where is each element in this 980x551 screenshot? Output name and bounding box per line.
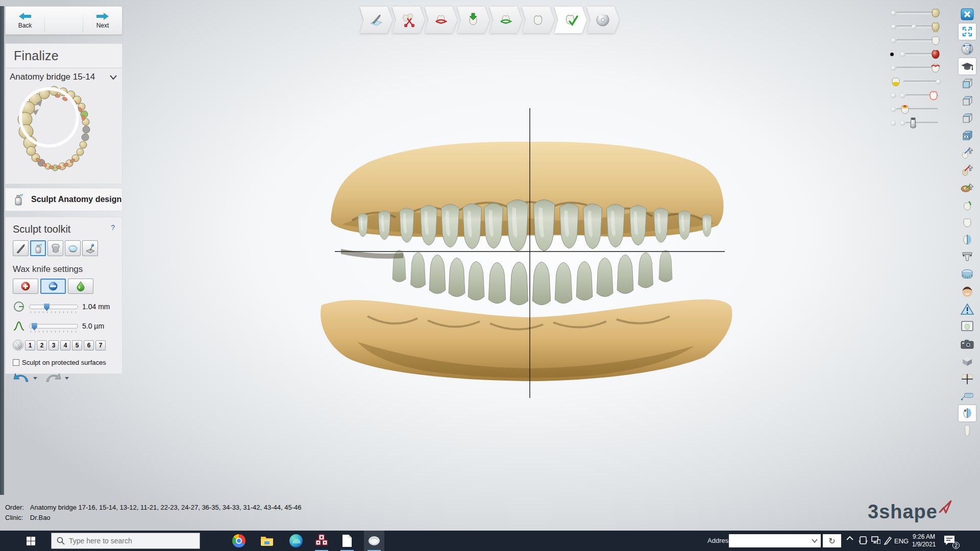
layer-knob[interactable]: [891, 24, 896, 29]
layer-radio-selected[interactable]: [890, 53, 894, 56]
address-dropdown-icon[interactable]: [812, 539, 818, 543]
arch-preview[interactable]: [6, 86, 123, 184]
probe-red-button[interactable]: [959, 162, 976, 179]
search-input[interactable]: [69, 537, 186, 545]
next-button[interactable]: Next: [83, 7, 122, 34]
smooth-wax-button[interactable]: [68, 279, 93, 294]
probe-blue-button[interactable]: [959, 145, 976, 161]
pontic-tan-thumb[interactable]: [929, 20, 942, 33]
address-input[interactable]: [735, 537, 812, 545]
brush-preset-3[interactable]: 3: [48, 340, 59, 350]
add-wax-button[interactable]: [13, 279, 38, 294]
brush-preset-6[interactable]: 6: [84, 340, 94, 350]
margin-red-thumb[interactable]: [929, 62, 942, 74]
step-segmentation[interactable]: [393, 7, 425, 33]
fullscreen-button[interactable]: [959, 23, 976, 40]
brush-preset-2[interactable]: 2: [37, 340, 47, 350]
layer-knob[interactable]: [900, 52, 905, 57]
taskbar-app-chrome[interactable]: [232, 534, 246, 548]
layer-knob[interactable]: [891, 121, 896, 126]
layer-knob[interactable]: [936, 80, 941, 84]
notification-center-button[interactable]: 2: [943, 535, 959, 547]
taskbar-app-notepad[interactable]: [340, 534, 354, 548]
view-cube-top-button[interactable]: [959, 110, 976, 127]
view-cube-section-button[interactable]: [959, 93, 976, 109]
strength-slider-thumb[interactable]: [32, 323, 37, 331]
3d-viewport[interactable]: Order: Anatomy bridge 17-16, 15-14, 13-1…: [0, 0, 980, 531]
tooth-solid-button[interactable]: [959, 214, 976, 231]
protected-surfaces-checkbox[interactable]: [13, 359, 19, 366]
design-preview-button[interactable]: [959, 318, 976, 335]
undo-history-caret[interactable]: [33, 377, 37, 380]
measure-probe-button[interactable]: [959, 388, 976, 404]
view-cube-front-button[interactable]: [959, 76, 976, 92]
step-insertion-direction[interactable]: [457, 7, 490, 33]
radius-slider-thumb[interactable]: [44, 304, 50, 311]
snapshot-camera-button[interactable]: [959, 336, 976, 352]
outline-pink-thumb[interactable]: [927, 89, 940, 102]
layer-knob[interactable]: [891, 107, 896, 112]
sculpt-surface-button[interactable]: [959, 180, 976, 196]
step-frame-design[interactable]: [489, 7, 522, 33]
redo-button[interactable]: [44, 371, 62, 385]
close-button[interactable]: [959, 6, 976, 22]
layer-knob[interactable]: [900, 121, 905, 126]
solid-cube-button[interactable]: [959, 353, 976, 369]
help-link[interactable]: ?: [111, 223, 115, 232]
taskbar-app-dental[interactable]: [367, 534, 381, 548]
brush-preset-5[interactable]: 5: [72, 340, 82, 350]
smooth-disc-tool-button[interactable]: [65, 240, 81, 256]
layer-knob[interactable]: [891, 93, 896, 98]
cross-section-active-button[interactable]: [959, 405, 976, 421]
layer-mid-knob[interactable]: [912, 24, 916, 29]
sculpt-anatomy-design-button[interactable]: Sculpt Anatomy design: [5, 188, 122, 211]
taskbar-clock[interactable]: 9:26 AM 1/9/2021: [910, 533, 938, 548]
layer-knob[interactable]: [900, 93, 905, 98]
die-gray-thumb[interactable]: [906, 117, 920, 129]
training-button[interactable]: [959, 58, 976, 74]
step-finalize[interactable]: [554, 7, 587, 33]
pillar-view-button[interactable]: [959, 249, 976, 265]
clamp-tool-button[interactable]: [959, 197, 976, 213]
language-indicator[interactable]: ENG: [894, 537, 909, 545]
single-tooth-button[interactable]: [959, 422, 976, 439]
layer-knob[interactable]: [891, 66, 896, 70]
design-selector[interactable]: Anatomy bridge 15-14: [6, 68, 122, 86]
refresh-button[interactable]: ↻: [823, 534, 841, 547]
visibility-cube-button[interactable]: [959, 128, 976, 144]
layer-track[interactable]: [903, 81, 938, 83]
redo-history-caret[interactable]: [65, 377, 69, 380]
step-anatomy-design[interactable]: [522, 7, 555, 33]
measure-band-button[interactable]: [959, 266, 976, 283]
patient-photo-button[interactable]: [959, 284, 976, 300]
warnings-button[interactable]: [959, 301, 976, 317]
tablet-tray-icon[interactable]: [859, 536, 868, 545]
anatomy-white-thumb[interactable]: [929, 34, 942, 46]
brush-preset-4[interactable]: 4: [60, 340, 70, 350]
taskbar-app-explorer[interactable]: [260, 534, 274, 548]
dental-model[interactable]: [286, 102, 755, 408]
step-produce[interactable]: [587, 7, 620, 33]
wax-yellow-thumb[interactable]: [889, 76, 902, 88]
morph-lever-tool-button[interactable]: [82, 240, 98, 256]
brush-preset-1[interactable]: 1: [25, 340, 35, 350]
layer-knob[interactable]: [891, 11, 896, 15]
burn-disc-button[interactable]: [959, 41, 976, 57]
tray-expand-icon[interactable]: [846, 536, 853, 541]
cross-section-button[interactable]: [959, 232, 976, 248]
address-bar[interactable]: [729, 534, 821, 547]
flatten-wax-button[interactable]: [40, 279, 66, 294]
crown-tan-thumb[interactable]: [929, 7, 942, 19]
undo-button[interactable]: [13, 371, 30, 385]
step-scan-plan[interactable]: [360, 7, 393, 33]
brush-preset-7[interactable]: 7: [95, 340, 106, 350]
taskbar-app-remote[interactable]: [314, 534, 329, 548]
taskbar-app-edge[interactable]: [289, 534, 303, 548]
spray-add-tool-button[interactable]: [30, 240, 46, 256]
back-button[interactable]: Back: [6, 7, 44, 34]
prep-red-thumb[interactable]: [929, 48, 942, 60]
heatmap-thumb[interactable]: [898, 103, 912, 115]
wax-knife-tool-button[interactable]: [13, 240, 29, 256]
start-button[interactable]: [20, 531, 41, 551]
sphere-brush-button[interactable]: [13, 340, 23, 350]
